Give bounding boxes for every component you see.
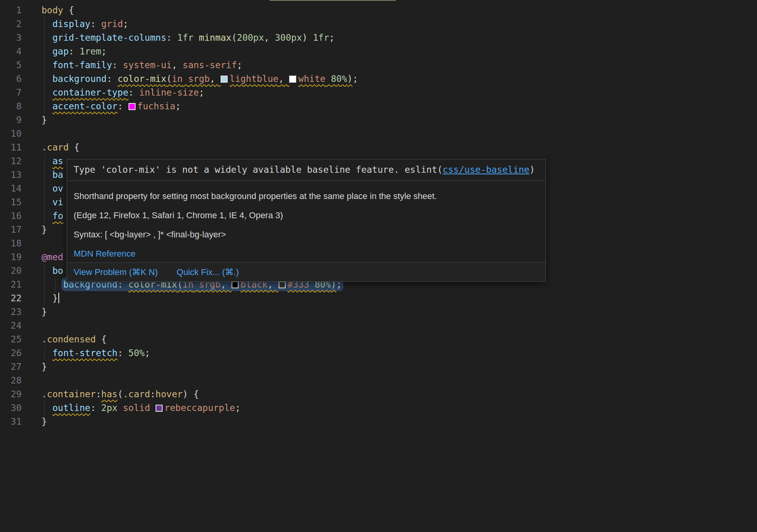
- code-token: [194, 33, 199, 43]
- code-line[interactable]: 1body {: [0, 4, 757, 17]
- code-line[interactable]: 23}: [0, 305, 757, 319]
- code-token: 300px: [275, 33, 302, 43]
- line-number[interactable]: 18: [0, 237, 42, 250]
- line-number[interactable]: 28: [0, 374, 42, 387]
- code-token: hover: [156, 389, 183, 399]
- code-token: fo: [53, 211, 63, 221]
- code-content[interactable]: grid-template-columns: 1fr minmax(200px,…: [42, 31, 757, 45]
- line-number[interactable]: 12: [0, 154, 42, 168]
- line-number[interactable]: 19: [0, 250, 42, 264]
- code-content[interactable]: }: [42, 415, 757, 429]
- code-line[interactable]: 6 background: color-mix(in srgb, lightbl…: [0, 72, 757, 86]
- code-token: [42, 348, 53, 358]
- code-content[interactable]: [42, 127, 757, 141]
- code-line[interactable]: 31}: [0, 415, 757, 429]
- code-line[interactable]: 5 font-family: system-ui, sans-serif;: [0, 58, 757, 72]
- line-number[interactable]: 24: [0, 319, 42, 333]
- code-content[interactable]: accent-color: fuchsia;: [42, 100, 757, 113]
- line-number[interactable]: 31: [0, 415, 42, 429]
- line-number[interactable]: 7: [0, 86, 42, 100]
- line-number[interactable]: 21: [0, 278, 42, 291]
- code-line[interactable]: 24: [0, 319, 757, 333]
- line-number[interactable]: 6: [0, 72, 42, 86]
- code-line[interactable]: 27}: [0, 360, 757, 374]
- view-problem-link[interactable]: View Problem (⌘K N): [74, 266, 158, 278]
- line-number[interactable]: 2: [0, 17, 42, 31]
- code-line[interactable]: 30 outline: 2px solid rebeccapurple;: [0, 401, 757, 415]
- code-content[interactable]: .container:has(.card:hover) {: [42, 387, 757, 401]
- color-swatch[interactable]: [279, 281, 286, 288]
- code-content[interactable]: display: grid;: [42, 17, 757, 31]
- code-token: [326, 74, 331, 84]
- clipped-line-artifact: [270, 0, 396, 1]
- mdn-reference-link[interactable]: MDN Reference: [74, 249, 136, 259]
- code-content[interactable]: }: [42, 291, 757, 305]
- line-number[interactable]: 23: [0, 305, 42, 319]
- rule-link[interactable]: css/use-baseline: [443, 165, 530, 175]
- color-swatch[interactable]: [129, 103, 136, 110]
- code-content[interactable]: [42, 319, 757, 333]
- code-content[interactable]: gap: 1rem;: [42, 45, 757, 58]
- code-line[interactable]: 25.condensed {: [0, 333, 757, 346]
- code-line[interactable]: 22 }: [0, 291, 757, 305]
- color-swatch[interactable]: [232, 281, 239, 288]
- code-line[interactable]: 8 accent-color: fuchsia;: [0, 100, 757, 113]
- code-content[interactable]: font-family: system-ui, sans-serif;: [42, 58, 757, 72]
- code-content[interactable]: }: [42, 360, 757, 374]
- code-line[interactable]: 11.card {: [0, 141, 757, 154]
- code-line[interactable]: 28: [0, 374, 757, 387]
- code-token: :: [150, 389, 156, 399]
- code-line[interactable]: 9}: [0, 113, 757, 127]
- line-number[interactable]: 15: [0, 195, 42, 209]
- line-number[interactable]: 13: [0, 168, 42, 182]
- code-content[interactable]: [42, 374, 757, 387]
- line-number[interactable]: 8: [0, 100, 42, 113]
- line-number[interactable]: 4: [0, 45, 42, 58]
- code-content[interactable]: font-stretch: 50%;: [42, 346, 757, 360]
- line-number[interactable]: 20: [0, 264, 42, 278]
- line-number[interactable]: 25: [0, 333, 42, 346]
- line-number[interactable]: 11: [0, 141, 42, 154]
- line-number[interactable]: 1: [0, 4, 42, 17]
- code-token: [42, 101, 53, 111]
- code-line[interactable]: 4 gap: 1rem;: [0, 45, 757, 58]
- code-line[interactable]: 3 grid-template-columns: 1fr minmax(200p…: [0, 31, 757, 45]
- color-swatch[interactable]: [289, 76, 296, 83]
- code-content[interactable]: }: [42, 113, 757, 127]
- color-swatch[interactable]: [156, 405, 163, 412]
- line-number[interactable]: 9: [0, 113, 42, 127]
- code-line[interactable]: 29.container:has(.card:hover) {: [0, 387, 757, 401]
- docs-syntax: Syntax: [ <bg-layer> , ]* <final-bg-laye…: [74, 229, 539, 241]
- code-line[interactable]: 7 container-type: inline-size;: [0, 86, 757, 100]
- docs-description: Shorthand property for setting most back…: [74, 190, 539, 202]
- code-content[interactable]: outline: 2px solid rebeccapurple;: [42, 401, 757, 415]
- indent-guide: [44, 209, 45, 223]
- line-number[interactable]: 22: [0, 291, 42, 305]
- code-content[interactable]: background: color-mix(in srgb, lightblue…: [42, 72, 757, 86]
- code-token: rebeccapurple: [156, 403, 235, 413]
- line-number[interactable]: 26: [0, 346, 42, 360]
- code-line[interactable]: 2 display: grid;: [0, 17, 757, 31]
- code-token: :: [96, 389, 101, 399]
- line-number[interactable]: 29: [0, 387, 42, 401]
- code-content[interactable]: .card {: [42, 141, 757, 154]
- line-number[interactable]: 30: [0, 401, 42, 415]
- code-token: font-family: [53, 60, 112, 70]
- color-swatch[interactable]: [221, 76, 228, 83]
- code-line[interactable]: 26 font-stretch: 50%;: [0, 346, 757, 360]
- code-line[interactable]: 10: [0, 127, 757, 141]
- line-number[interactable]: 14: [0, 182, 42, 195]
- quick-fix-link[interactable]: Quick Fix... (⌘.): [177, 266, 239, 278]
- line-number[interactable]: 27: [0, 360, 42, 374]
- code-content[interactable]: }: [42, 305, 757, 319]
- line-number[interactable]: 3: [0, 31, 42, 45]
- line-number[interactable]: 10: [0, 127, 42, 141]
- line-number[interactable]: 17: [0, 223, 42, 237]
- line-number[interactable]: 5: [0, 58, 42, 72]
- code-token: bo: [53, 266, 63, 276]
- code-token: container-type: [53, 87, 129, 98]
- code-content[interactable]: container-type: inline-size;: [42, 86, 757, 100]
- code-content[interactable]: body {: [42, 4, 757, 17]
- line-number[interactable]: 16: [0, 209, 42, 223]
- code-content[interactable]: .condensed {: [42, 333, 757, 346]
